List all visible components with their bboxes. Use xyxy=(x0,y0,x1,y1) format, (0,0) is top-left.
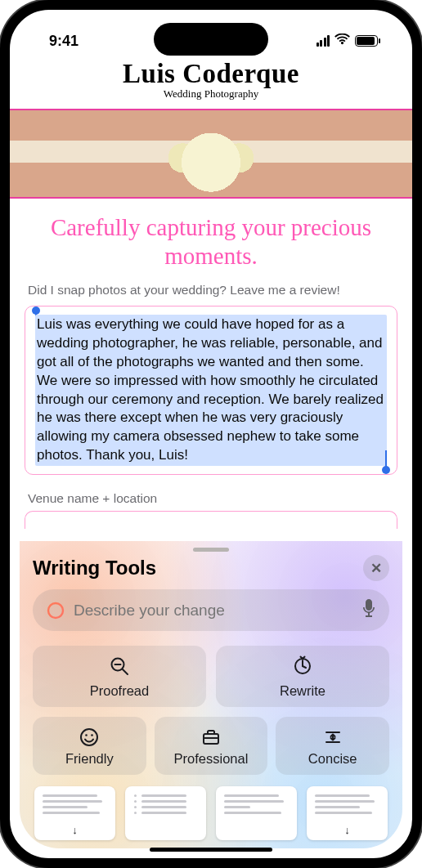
venue-input[interactable] xyxy=(25,511,397,529)
wifi-icon xyxy=(334,33,350,49)
proofread-label: Proofread xyxy=(90,683,149,699)
microphone-icon[interactable] xyxy=(361,599,376,621)
concise-icon xyxy=(322,727,343,748)
proofread-icon xyxy=(109,655,130,680)
summary-style-thumb-4[interactable]: ↓ xyxy=(307,786,388,840)
dynamic-island xyxy=(154,23,268,56)
brand-subtitle: Wedding Photography xyxy=(10,87,412,101)
hero-image xyxy=(10,109,412,199)
writing-tools-panel: Writing Tools ✕ Pro xyxy=(20,541,402,848)
friendly-icon xyxy=(79,727,100,748)
brand-name: Luis Coderque xyxy=(10,59,412,89)
svg-line-2 xyxy=(123,669,128,674)
summary-style-thumb-1[interactable]: ↓ xyxy=(34,786,115,840)
status-time: 9:41 xyxy=(49,33,79,50)
friendly-label: Friendly xyxy=(65,751,114,767)
professional-icon xyxy=(200,727,222,748)
battery-icon xyxy=(355,35,378,47)
arrow-down-icon: ↓ xyxy=(72,824,78,836)
panel-title: Writing Tools xyxy=(33,557,156,579)
close-button[interactable]: ✕ xyxy=(363,555,389,581)
concise-button[interactable]: Concise xyxy=(276,717,389,775)
friendly-button[interactable]: Friendly xyxy=(33,717,146,775)
site-header: Luis Coderque Wedding Photography xyxy=(10,57,412,104)
review-textarea[interactable]: Luis was everything we could have hoped … xyxy=(25,306,397,476)
arrow-down-icon: ↓ xyxy=(344,824,350,836)
svg-point-8 xyxy=(86,734,88,736)
svg-point-0 xyxy=(48,603,63,618)
summary-style-thumb-3[interactable] xyxy=(216,786,297,840)
rewrite-icon xyxy=(292,655,313,680)
tagline: Carefully capturing your precious moment… xyxy=(10,199,412,283)
review-selected-text[interactable]: Luis was everything we could have hoped … xyxy=(35,315,387,467)
describe-change-input[interactable] xyxy=(74,602,353,620)
svg-point-9 xyxy=(92,734,94,736)
svg-line-6 xyxy=(303,666,306,668)
rewrite-button[interactable]: Rewrite xyxy=(216,646,389,707)
review-prompt: Did I snap photos at your wedding? Leave… xyxy=(10,283,412,306)
selection-end-handle[interactable] xyxy=(385,450,387,468)
apple-intelligence-icon xyxy=(46,601,65,620)
panel-grabber[interactable] xyxy=(193,548,229,552)
professional-label: Professional xyxy=(174,751,249,767)
close-icon: ✕ xyxy=(370,560,382,577)
cellular-icon xyxy=(316,35,330,47)
summary-style-thumb-2[interactable] xyxy=(125,786,206,840)
proofread-button[interactable]: Proofread xyxy=(33,646,206,707)
describe-input-row[interactable] xyxy=(33,589,389,631)
concise-label: Concise xyxy=(308,751,357,767)
professional-button[interactable]: Professional xyxy=(155,717,268,775)
home-indicator[interactable] xyxy=(150,848,272,852)
rewrite-label: Rewrite xyxy=(280,683,325,699)
svg-point-7 xyxy=(81,729,97,745)
venue-label: Venue name + location xyxy=(10,475,412,511)
